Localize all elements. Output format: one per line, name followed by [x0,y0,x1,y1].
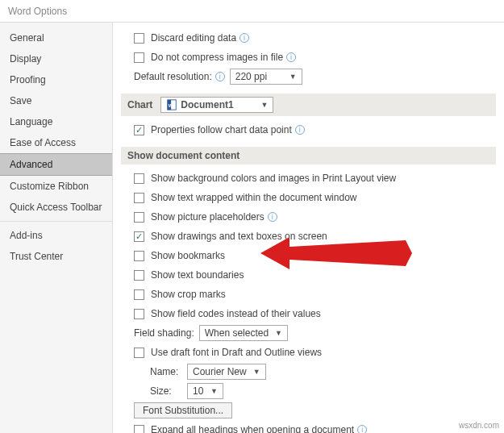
field-shading-label: Field shading: [134,327,194,339]
sidebar-item-language[interactable]: Language [0,111,112,132]
svg-text:W: W [169,102,173,108]
draft-font-name-value: Courier New [193,366,247,377]
field-shading-dropdown[interactable]: When selected ▼ [199,325,288,341]
chevron-down-icon: ▼ [289,73,297,81]
default-resolution-row: Default resolution: 220 ppi ▼ [121,68,496,85]
sidebar-item-proofing[interactable]: Proofing [0,69,112,90]
sidebar: General Display Proofing Save Language E… [0,23,113,433]
show-field-codes-checkbox[interactable] [134,309,144,319]
draft-font-size-label: Size: [150,385,182,397]
show-field-codes-label: Show field codes instead of their values [151,308,321,319]
show-document-content-header: Show document content [121,147,496,164]
sidebar-item-advanced[interactable]: Advanced [0,153,112,176]
chevron-down-icon: ▼ [253,368,260,376]
show-picture-placeholders-row: Show picture placeholders [121,208,496,226]
show-crop-marks-checkbox[interactable] [134,289,144,300]
show-text-wrapped-row: Show text wrapped within the document wi… [121,189,496,206]
chart-document-value: Document1 [181,99,233,110]
expand-headings-label: Expand all headings when opening a docum… [151,424,354,433]
chart-section-header: Chart W Document1 ▼ [121,94,496,116]
use-draft-font-checkbox[interactable] [134,348,144,358]
draft-font-name-label: Name: [150,366,182,377]
window-title: Word Options [0,0,504,23]
sidebar-item-save[interactable]: Save [0,90,112,111]
draft-font-size-dropdown[interactable]: 10 ▼ [187,383,223,399]
sidebar-item-quick-access-toolbar[interactable]: Quick Access Toolbar [0,197,112,218]
chevron-down-icon: ▼ [275,329,282,337]
chevron-down-icon: ▼ [260,101,268,109]
show-crop-marks-label: Show crop marks [151,289,226,300]
font-substitution-row: Font Substitution... [121,402,496,419]
sidebar-item-ease-of-access[interactable]: Ease of Access [0,132,112,153]
show-crop-marks-row: Show crop marks [121,285,496,303]
discard-editing-data-label: Discard editing data [151,32,236,44]
show-background-label: Show background colors and images in Pri… [151,173,396,184]
sidebar-item-customize-ribbon[interactable]: Customize Ribbon [0,176,112,197]
draft-font-size-row: Size: 10 ▼ [121,382,496,400]
show-document-content-label: Show document content [127,150,240,161]
default-resolution-dropdown[interactable]: 220 ppi ▼ [230,69,302,85]
show-text-wrapped-label: Show text wrapped within the document wi… [151,192,356,203]
show-bookmarks-checkbox[interactable] [134,251,144,261]
chart-document-dropdown[interactable]: W Document1 ▼ [160,97,273,113]
chart-header-label: Chart [127,99,152,110]
discard-editing-data-checkbox[interactable] [134,33,144,44]
content-panel: Discard editing data Do not compress ima… [113,23,504,433]
info-icon[interactable] [240,33,249,43]
chevron-down-icon: ▼ [210,387,218,395]
info-icon[interactable] [357,425,367,433]
do-not-compress-label: Do not compress images in file [151,52,283,63]
draft-font-size-value: 10 [193,385,203,397]
show-picture-placeholders-label: Show picture placeholders [151,211,264,223]
draft-font-name-row: Name: Courier New ▼ [121,363,496,381]
field-shading-value: When selected [205,327,269,339]
info-icon[interactable] [268,212,277,222]
show-bookmarks-label: Show bookmarks [151,250,225,261]
show-text-wrapped-checkbox[interactable] [134,193,144,203]
sidebar-item-trust-center[interactable]: Trust Center [0,246,112,267]
use-draft-font-label: Use draft font in Draft and Outline view… [151,347,322,358]
show-text-boundaries-checkbox[interactable] [134,270,144,281]
show-drawings-label: Show drawings and text boxes on screen [151,231,327,242]
expand-headings-checkbox[interactable] [134,425,144,434]
do-not-compress-row: Do not compress images in file [121,48,496,66]
show-drawings-row: Show drawings and text boxes on screen [121,227,496,245]
discard-editing-data-row: Discard editing data [121,29,496,47]
word-doc-icon: W [166,99,177,110]
field-shading-row: Field shading: When selected ▼ [121,324,496,342]
show-field-codes-row: Show field codes instead of their values [121,305,496,323]
properties-follow-label: Properties follow chart data point [151,124,292,135]
show-picture-placeholders-checkbox[interactable] [134,212,144,223]
do-not-compress-checkbox[interactable] [134,52,144,63]
use-draft-font-row: Use draft font in Draft and Outline view… [121,343,496,361]
sidebar-item-add-ins[interactable]: Add-ins [0,225,112,246]
info-icon[interactable] [295,125,305,135]
draft-font-name-dropdown[interactable]: Courier New ▼ [187,364,266,380]
properties-follow-row: Properties follow chart data point [121,121,496,139]
default-resolution-value: 220 ppi [235,71,267,82]
show-bookmarks-row: Show bookmarks [121,247,496,264]
sidebar-separator [0,221,112,222]
sidebar-item-general[interactable]: General [0,27,112,48]
default-resolution-label: Default resolution: [134,71,212,82]
info-icon[interactable] [215,72,225,81]
main-layout: General Display Proofing Save Language E… [0,23,504,433]
expand-headings-row: Expand all headings when opening a docum… [121,421,496,433]
watermark: wsxdn.com [459,421,499,430]
font-substitution-button[interactable]: Font Substitution... [134,402,232,418]
show-text-boundaries-row: Show text boundaries [121,266,496,284]
info-icon[interactable] [286,52,296,62]
show-drawings-checkbox[interactable] [134,231,144,242]
show-text-boundaries-label: Show text boundaries [151,269,244,281]
properties-follow-checkbox[interactable] [134,125,144,135]
show-background-row: Show background colors and images in Pri… [121,169,496,187]
sidebar-item-display[interactable]: Display [0,48,112,69]
show-background-checkbox[interactable] [134,173,144,184]
